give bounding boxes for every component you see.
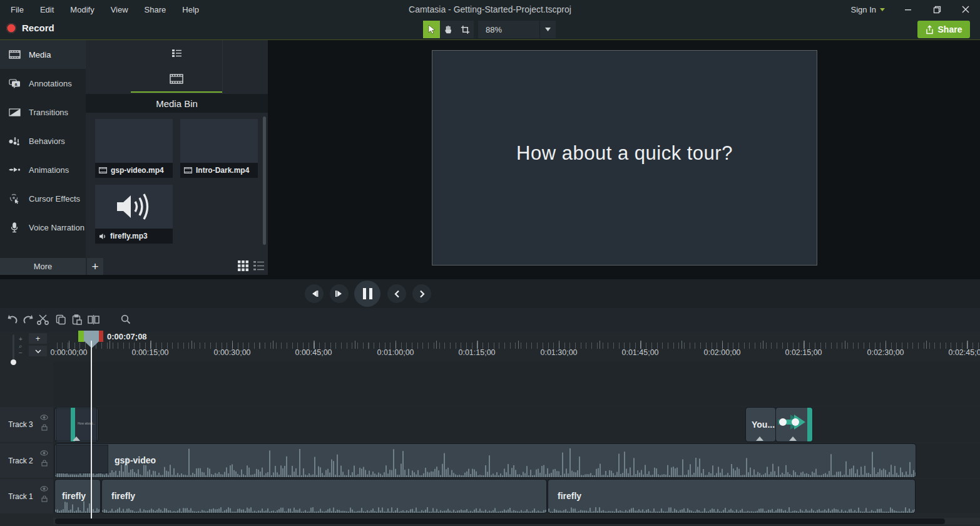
add-track-button[interactable]: +: [29, 333, 47, 344]
track3-you-clip[interactable]: You...: [746, 408, 775, 441]
track-height-handle[interactable]: [11, 359, 16, 365]
media-bin-header: Media Bin: [86, 94, 268, 113]
playhead-in-marker[interactable]: [78, 331, 84, 342]
audio-waveform: [102, 507, 546, 513]
restore-button[interactable]: [922, 0, 951, 19]
sidebar-item-media[interactable]: Media: [0, 40, 86, 69]
media-item-gsp-video[interactable]: gsp-video.mp4: [95, 119, 173, 178]
ruler-label: 0:00:45;00: [285, 348, 342, 357]
camtasia-window: File Edit Modify View Share Help Camtasi…: [0, 0, 980, 526]
main-toolbar: Record 88% Share: [0, 19, 980, 40]
sidebar-label: Cursor Effects: [29, 194, 80, 204]
minimize-button[interactable]: [894, 0, 922, 19]
record-button[interactable]: Record: [6, 23, 54, 33]
paste-button[interactable]: [69, 311, 85, 327]
chevron-left-icon: [394, 290, 400, 298]
track-zoom-icons[interactable]: +⌕−: [19, 336, 23, 356]
split-button[interactable]: [85, 311, 101, 327]
sidebar-more-button[interactable]: More: [0, 258, 86, 275]
cut-button[interactable]: [35, 311, 51, 327]
list-view-icon[interactable]: [253, 260, 264, 271]
tab-library[interactable]: [131, 40, 222, 66]
sidebar-label: Media: [29, 50, 51, 59]
tab-media-bin[interactable]: [131, 66, 222, 93]
clip-properties-arrow[interactable]: [756, 436, 763, 441]
ruler-label: 0:01:45;00: [612, 348, 668, 357]
behavior-bar: [807, 408, 812, 441]
clip-properties-arrow[interactable]: [73, 436, 80, 441]
ruler-label: 0:00:30;00: [204, 348, 260, 357]
lock-icon[interactable]: [41, 460, 48, 467]
sign-in-label: Sign In: [851, 5, 876, 14]
canvas-zoom-select[interactable]: 88%: [478, 21, 556, 38]
timeline-corner: +⌕− +: [0, 332, 53, 362]
sidebar-item-cursor-effects[interactable]: Cursor Effects: [0, 184, 86, 213]
audio-waveform: [548, 507, 915, 513]
close-button[interactable]: [951, 0, 980, 19]
media-item-name: gsp-video.mp4: [111, 166, 164, 175]
clip-properties-arrow[interactable]: [789, 436, 797, 441]
sidebar-item-voice-narration[interactable]: Voice Narration: [0, 213, 86, 242]
media-item-firefly[interactable]: firefly.mp3: [95, 185, 173, 244]
playhead-line[interactable]: [91, 341, 92, 518]
film-icon: [99, 167, 107, 173]
preview-canvas[interactable]: How about a quick tour?: [432, 50, 817, 266]
more-label: More: [34, 262, 53, 271]
track1-header[interactable]: Track 1: [0, 479, 53, 513]
previous-frame-button[interactable]: [305, 284, 324, 303]
jump-back-button[interactable]: [387, 284, 406, 303]
menu-file[interactable]: File: [4, 3, 31, 17]
grid-view-icon[interactable]: [238, 260, 248, 271]
sidebar-item-animations[interactable]: Animations: [0, 155, 86, 184]
eye-icon[interactable]: [40, 450, 48, 456]
sidebar-item-annotations[interactable]: a Annotations: [0, 69, 86, 98]
sidebar-item-behaviors[interactable]: Behaviors: [0, 126, 86, 155]
add-media-button[interactable]: +: [87, 258, 103, 275]
lock-icon[interactable]: [41, 424, 48, 431]
copy-button[interactable]: [53, 311, 69, 327]
eye-icon[interactable]: [40, 486, 48, 492]
undo-button[interactable]: [4, 311, 20, 327]
next-frame-button[interactable]: [330, 284, 349, 303]
film-icon: [170, 74, 183, 84]
select-tool-button[interactable]: [423, 21, 440, 38]
pause-button[interactable]: [354, 281, 380, 307]
media-bin-tabs: [131, 40, 223, 94]
playhead-out-marker[interactable]: [99, 331, 103, 342]
menu-view[interactable]: View: [104, 3, 135, 17]
track2-header[interactable]: Track 2: [0, 443, 53, 478]
track3-animation-clip[interactable]: [776, 408, 812, 441]
jump-forward-button[interactable]: [412, 284, 431, 303]
media-item-name: Intro-Dark.mp4: [196, 166, 249, 175]
timeline-scrollbar: [53, 518, 980, 525]
ruler-label: 0:01:00;00: [367, 348, 424, 357]
sidebar-label: Transitions: [29, 108, 68, 117]
chevron-down-icon: [35, 349, 41, 353]
track1-firefly-clip-1[interactable]: firefly: [55, 480, 100, 513]
step-forward-icon: [335, 290, 344, 297]
menu-modify[interactable]: Modify: [63, 3, 101, 17]
media-item-intro-dark[interactable]: Intro-Dark.mp4: [180, 119, 258, 178]
speaker-icon: [115, 192, 153, 221]
crop-icon: [461, 25, 470, 34]
menu-share[interactable]: Share: [138, 3, 173, 17]
sign-in-button[interactable]: Sign In: [842, 5, 894, 14]
lock-icon[interactable]: [41, 495, 48, 502]
share-button[interactable]: Share: [917, 21, 970, 38]
crop-tool-button[interactable]: [457, 21, 474, 38]
timeline-scrollbar-thumb[interactable]: [55, 518, 945, 524]
media-bin-scrollbar[interactable]: [263, 116, 266, 245]
track1-firefly-clip-3[interactable]: firefly: [548, 480, 915, 513]
menu-help[interactable]: Help: [175, 3, 206, 17]
track1-firefly-clip-2[interactable]: firefly: [102, 480, 546, 513]
media-bin-title: Media Bin: [156, 98, 198, 109]
menu-edit[interactable]: Edit: [33, 3, 61, 17]
redo-button[interactable]: [20, 311, 36, 327]
track2-gsp-video-clip[interactable]: gsp-video: [55, 444, 916, 477]
eye-icon[interactable]: [40, 415, 48, 420]
pan-tool-button[interactable]: [440, 21, 457, 38]
track3-header[interactable]: Track 3: [0, 407, 53, 442]
track3-lane: [53, 407, 980, 442]
sidebar-item-transitions[interactable]: Transitions: [0, 98, 86, 126]
sidebar-label: Animations: [29, 165, 69, 175]
